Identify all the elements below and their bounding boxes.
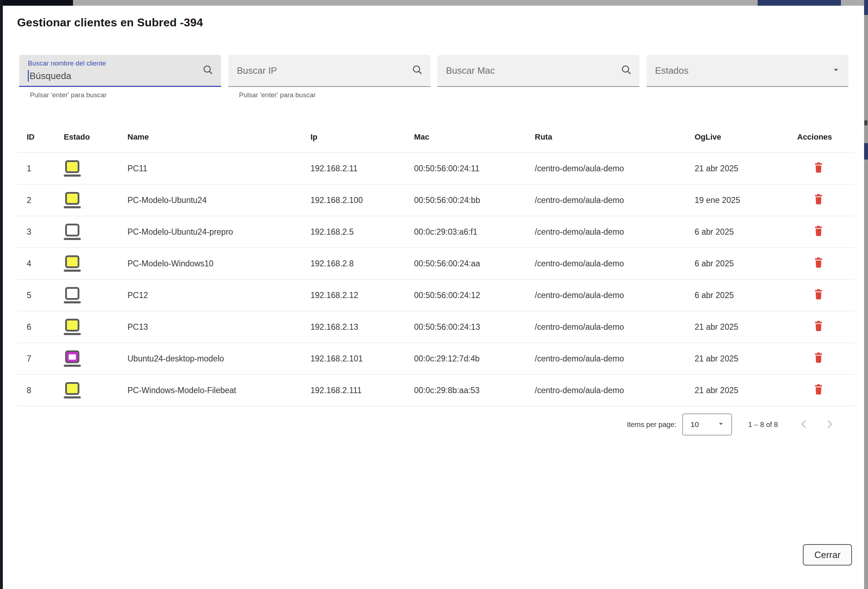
cell-mac: 00:50:56:00:24:11 — [404, 153, 525, 185]
background-header-fragment — [3, 0, 73, 6]
background-page-right-edge — [864, 0, 868, 589]
laptop-status-icon — [64, 224, 81, 240]
cell-acciones — [788, 216, 855, 248]
cell-ruta: /centro-demo/aula-demo — [525, 153, 685, 185]
cell-ip: 192.168.2.111 — [301, 375, 404, 406]
dialog-title: Gestionar clientes en Subred -394 — [17, 16, 864, 29]
delete-client-button[interactable] — [811, 287, 826, 303]
cell-ip: 192.168.2.101 — [301, 343, 404, 375]
previous-page-button[interactable] — [794, 415, 813, 434]
cell-name: PC11 — [118, 153, 301, 185]
delete-client-button[interactable] — [811, 256, 826, 272]
estados-select[interactable]: Estados — [647, 55, 849, 87]
cell-oglive: 21 abr 2025 — [685, 375, 788, 406]
cell-name: PC12 — [118, 279, 301, 311]
cell-id: 8 — [17, 375, 54, 406]
next-page-button[interactable] — [820, 415, 840, 434]
cell-ip: 192.168.2.100 — [301, 185, 404, 216]
cell-estado — [54, 153, 118, 185]
cell-oglive: 19 ene 2025 — [685, 185, 788, 216]
search-icon — [620, 64, 632, 77]
search-ip-hint: Pulsar 'enter' para buscar — [239, 91, 430, 99]
cell-acciones — [788, 311, 855, 343]
cell-name: PC-Windows-Modelo-Filebeat — [118, 375, 301, 406]
background-navy-fragment — [757, 0, 841, 6]
manage-clients-dialog: Gestionar clientes en Subred -394 Buscar… — [3, 6, 864, 589]
cell-acciones — [788, 153, 855, 185]
cell-mac: 00:50:56:00:24:aa — [404, 248, 525, 279]
search-name-label: Buscar nombre del cliente — [28, 59, 106, 67]
delete-client-button[interactable] — [811, 224, 826, 240]
search-icon — [411, 64, 423, 77]
cell-ip: 192.168.2.8 — [301, 248, 404, 279]
items-per-page-label: Items per page: — [627, 421, 676, 429]
table-row: 3 PC-Modelo-Ubuntu24-prepro 192.168.2.5 … — [17, 216, 855, 248]
table-row: 7 Ubuntu24-desktop-modelo 192.168.2.101 … — [17, 343, 855, 375]
cell-id: 2 — [17, 185, 54, 216]
items-per-page-value: 10 — [691, 420, 699, 429]
cell-ruta: /centro-demo/aula-demo — [525, 216, 685, 248]
laptop-status-icon — [64, 255, 81, 272]
cell-acciones — [788, 248, 855, 279]
cell-name: PC-Modelo-Ubuntu24 — [118, 185, 301, 216]
clients-table: IDEstadoNameIpMacRutaOgLiveAcciones 1 PC… — [17, 122, 855, 406]
cell-ruta: /centro-demo/aula-demo — [525, 311, 685, 343]
search-name-filter: Buscar nombre del cliente Búsqueda Pulsa… — [19, 55, 221, 99]
cell-mac: 00:0c:29:8b:aa:53 — [404, 375, 525, 406]
cell-estado — [54, 248, 118, 279]
cell-ruta: /centro-demo/aula-demo — [525, 279, 685, 311]
dropdown-caret-icon — [716, 419, 726, 430]
search-mac-input[interactable]: Buscar Mac — [438, 55, 639, 87]
cell-id: 7 — [17, 343, 54, 375]
search-ip-filter: Buscar IP Pulsar 'enter' para buscar — [228, 55, 430, 99]
cell-id: 4 — [17, 248, 54, 279]
trash-icon — [813, 383, 824, 397]
laptop-status-icon — [64, 160, 81, 177]
background-arrow-fragment — [864, 120, 867, 125]
cell-id: 5 — [17, 279, 54, 311]
cell-estado — [54, 343, 118, 375]
search-ip-input[interactable]: Buscar IP — [228, 55, 430, 87]
background-navy-fragment — [864, 143, 868, 159]
search-icon — [202, 64, 214, 77]
cell-acciones — [788, 279, 855, 311]
cell-estado — [54, 216, 118, 248]
search-name-input[interactable]: Buscar nombre del cliente Búsqueda — [19, 55, 221, 87]
cell-ruta: /centro-demo/aula-demo — [525, 343, 685, 375]
background-navy-fragment — [864, 0, 868, 15]
delete-client-button[interactable] — [811, 319, 826, 335]
trash-icon — [813, 351, 824, 365]
table-row: 6 PC13 192.168.2.13 00:50:56:00:24:13 /c… — [17, 311, 855, 343]
screen: Gestionar clientes en Subred -394 Buscar… — [0, 0, 868, 589]
search-name-value: Búsqueda — [28, 70, 71, 81]
delete-client-button[interactable] — [811, 382, 826, 398]
trash-icon — [813, 256, 824, 270]
cell-oglive: 6 abr 2025 — [685, 248, 788, 279]
delete-client-button[interactable] — [811, 161, 826, 176]
cell-mac: 00:50:56:00:24:13 — [404, 311, 525, 343]
filters-bar: Buscar nombre del cliente Búsqueda Pulsa… — [19, 55, 849, 99]
cell-ruta: /centro-demo/aula-demo — [525, 248, 685, 279]
cell-id: 1 — [17, 153, 54, 185]
laptop-status-icon — [64, 382, 81, 399]
column-header-name: Name — [118, 122, 301, 153]
table-row: 4 PC-Modelo-Windows10 192.168.2.8 00:50:… — [17, 248, 855, 279]
cell-id: 3 — [17, 216, 54, 248]
column-header-ruta: Ruta — [525, 122, 685, 153]
delete-client-button[interactable] — [811, 351, 826, 366]
cell-mac: 00:0c:29:03:a6:f1 — [404, 216, 525, 248]
cell-oglive: 21 abr 2025 — [685, 153, 788, 185]
cell-name: PC13 — [118, 311, 301, 343]
cell-mac: 00:0c:29:12:7d:4b — [404, 343, 525, 375]
cell-oglive: 21 abr 2025 — [685, 311, 788, 343]
delete-client-button[interactable] — [811, 192, 826, 208]
trash-icon — [813, 225, 824, 239]
items-per-page-select[interactable]: 10 — [682, 413, 732, 435]
column-header-ip: Ip — [301, 122, 404, 153]
cell-name: Ubuntu24-desktop-modelo — [118, 343, 301, 375]
table-row: 5 PC12 192.168.2.12 00:50:56:00:24:12 /c… — [17, 279, 855, 311]
close-button[interactable]: Cerrar — [803, 544, 852, 565]
dropdown-caret-icon — [831, 65, 841, 77]
column-header-acciones: Acciones — [788, 122, 855, 153]
trash-icon — [813, 193, 824, 207]
